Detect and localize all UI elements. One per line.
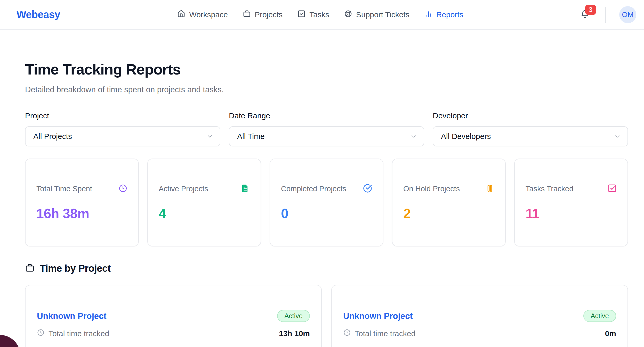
- filter-developer: Developer All Developers: [433, 111, 628, 146]
- notifications-button[interactable]: 3: [581, 10, 589, 20]
- date-range-select[interactable]: All Time: [229, 126, 424, 146]
- status-badge: Active: [583, 310, 616, 322]
- main-content: Time Tracking Reports Detailed breakdown…: [25, 30, 628, 347]
- nav-label: Support Tickets: [356, 10, 409, 19]
- total-time-value: 13h 10m: [279, 329, 310, 338]
- brand-logo[interactable]: Webeasy: [17, 9, 60, 20]
- select-value: All Time: [237, 132, 265, 141]
- header-divider: [605, 7, 606, 23]
- developer-select[interactable]: All Developers: [433, 126, 628, 146]
- stat-label: On Hold Projects: [403, 185, 460, 193]
- select-value: All Developers: [441, 132, 491, 141]
- total-time-label: Total time tracked: [355, 329, 415, 338]
- stat-label: Completed Projects: [281, 185, 346, 193]
- stat-value: 4: [159, 206, 250, 221]
- nav-label: Reports: [436, 10, 463, 19]
- bell-icon: [581, 15, 589, 19]
- stat-value: 16h 38m: [36, 206, 127, 221]
- notification-count-badge: 3: [585, 5, 596, 15]
- bar-chart-icon: [424, 10, 432, 20]
- header-right: 3 OM: [581, 6, 636, 23]
- project-card: Unknown Project Active Total time tracke…: [25, 285, 322, 347]
- nav-item-reports[interactable]: Reports: [424, 10, 463, 20]
- status-badge: Active: [277, 310, 310, 322]
- total-time-row: Total time tracked 13h 10m: [37, 329, 310, 338]
- chevron-down-icon: [614, 133, 621, 140]
- nav-item-tasks[interactable]: Tasks: [297, 10, 329, 20]
- corner-decoration: [0, 335, 21, 347]
- pause-icon: [485, 184, 494, 194]
- main-nav: Workspace Projects Tasks Support Tickets: [60, 10, 581, 20]
- nav-label: Tasks: [309, 10, 329, 19]
- filter-label: Developer: [433, 111, 628, 120]
- stat-label: Tasks Tracked: [526, 185, 573, 193]
- filters-row: Project All Projects Date Range All Time: [25, 111, 628, 146]
- stat-value: 2: [403, 206, 494, 221]
- square-check-icon: [297, 10, 305, 20]
- nav-label: Workspace: [189, 10, 228, 19]
- clock-icon: [118, 184, 127, 194]
- clock-icon: [343, 329, 351, 338]
- stat-card-tasks-tracked: Tasks Tracked 11: [514, 159, 628, 246]
- stats-row: Total Time Spent 16h 38m Active Projects…: [25, 159, 628, 246]
- filter-date-range: Date Range All Time: [229, 111, 424, 146]
- chevron-down-icon: [410, 133, 417, 140]
- briefcase-icon: [243, 10, 251, 20]
- chevron-down-icon: [206, 133, 213, 140]
- filter-label: Project: [25, 111, 220, 120]
- page-title: Time Tracking Reports: [25, 61, 628, 78]
- nav-item-support-tickets[interactable]: Support Tickets: [344, 10, 409, 20]
- stat-card-active-projects: Active Projects 4: [147, 159, 261, 246]
- stat-value: 0: [281, 206, 372, 221]
- stat-card-total-time: Total Time Spent 16h 38m: [25, 159, 139, 246]
- stat-card-completed-projects: Completed Projects 0: [270, 159, 383, 246]
- project-select[interactable]: All Projects: [25, 126, 220, 146]
- stat-label: Active Projects: [159, 185, 208, 193]
- nav-item-workspace[interactable]: Workspace: [177, 10, 228, 20]
- check-circle-icon: [363, 184, 372, 194]
- project-card: Unknown Project Active Total time tracke…: [331, 285, 628, 347]
- file-text-icon: [241, 184, 250, 194]
- top-nav: Webeasy Workspace Projects Tasks: [0, 0, 644, 30]
- user-avatar[interactable]: OM: [619, 6, 636, 23]
- time-by-project-heading: Time by Project: [25, 263, 628, 274]
- total-time-row: Total time tracked 0m: [343, 329, 616, 338]
- time-tracking-reports-page: Webeasy Workspace Projects Tasks: [0, 0, 644, 347]
- stat-label: Total Time Spent: [36, 185, 92, 193]
- check-square-icon: [608, 184, 617, 194]
- home-icon: [177, 10, 185, 20]
- nav-label: Projects: [255, 10, 283, 19]
- total-time-value: 0m: [605, 329, 616, 338]
- project-name-link[interactable]: Unknown Project: [343, 311, 413, 321]
- stat-value: 11: [526, 206, 617, 221]
- projects-row: Unknown Project Active Total time tracke…: [25, 285, 628, 347]
- briefcase-icon: [25, 263, 35, 274]
- stat-card-on-hold-projects: On Hold Projects 2: [392, 159, 506, 246]
- project-name-link[interactable]: Unknown Project: [37, 311, 107, 321]
- clock-icon: [37, 329, 45, 338]
- life-buoy-icon: [344, 10, 352, 20]
- filter-project: Project All Projects: [25, 111, 220, 146]
- section-title: Time by Project: [40, 263, 111, 274]
- page-subtitle: Detailed breakdown of time spent on proj…: [25, 85, 628, 94]
- total-time-label: Total time tracked: [49, 329, 109, 338]
- filter-label: Date Range: [229, 111, 424, 120]
- select-value: All Projects: [33, 132, 72, 141]
- nav-item-projects[interactable]: Projects: [243, 10, 283, 20]
